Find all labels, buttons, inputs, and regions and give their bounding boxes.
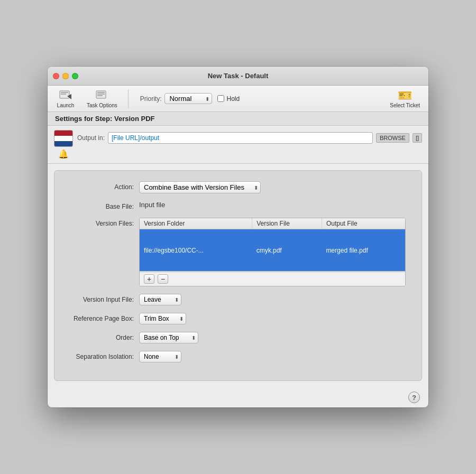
table-footer: + − bbox=[140, 272, 405, 286]
versionfiles-value: Version Folder Version File Output File … bbox=[139, 218, 406, 286]
ref-page-value: Trim Box Crop Box Media Box bbox=[139, 313, 406, 324]
svg-rect-2 bbox=[61, 94, 66, 95]
minimize-button[interactable] bbox=[62, 73, 69, 79]
sep-iso-select[interactable]: None Low High bbox=[139, 351, 181, 363]
version-input-select[interactable]: Leave Delete Move bbox=[139, 294, 181, 305]
basefile-text: Input file bbox=[139, 199, 165, 209]
main-window: New Task - Default Launch bbox=[48, 67, 428, 407]
cell-output-file: merged file.pdf bbox=[322, 229, 405, 272]
ref-page-select-wrapper: Trim Box Crop Box Media Box bbox=[139, 313, 186, 324]
action-value: Combine Base with Version Files Other bbox=[139, 181, 406, 193]
launch-icon bbox=[58, 89, 73, 102]
flag-blue bbox=[54, 141, 72, 146]
help-button[interactable]: ? bbox=[408, 392, 420, 403]
task-options-button[interactable]: Task Options bbox=[84, 88, 121, 109]
flag-white bbox=[54, 136, 72, 141]
titlebar: New Task - Default bbox=[48, 67, 428, 86]
cell-version-folder: file://egsbe100/CC-... bbox=[140, 229, 252, 272]
svg-rect-5 bbox=[97, 92, 105, 93]
launch-button[interactable]: Launch bbox=[53, 88, 78, 109]
version-input-label: Version Input File: bbox=[65, 294, 139, 303]
close-button[interactable] bbox=[53, 73, 59, 79]
action-select[interactable]: Combine Base with Version Files Other bbox=[139, 181, 261, 193]
basefile-label: Base File: bbox=[65, 201, 139, 210]
ticket-icon: 🎫 bbox=[398, 89, 412, 103]
main-panel: Action: Combine Base with Version Files … bbox=[54, 170, 422, 381]
cell-version-file: cmyk.pdf bbox=[252, 229, 322, 272]
toolbar-separator bbox=[128, 89, 129, 108]
task-options-label: Task Options bbox=[87, 103, 117, 108]
priority-label: Priority: bbox=[140, 95, 162, 103]
table-row[interactable]: file://egsbe100/CC-... cmyk.pdf merged f… bbox=[140, 229, 405, 272]
traffic-lights bbox=[53, 73, 78, 79]
basefile-row: Base File: Input file bbox=[65, 201, 406, 210]
priority-select[interactable]: Normal High Low bbox=[164, 93, 212, 104]
ref-page-label: Reference Page Box: bbox=[65, 313, 139, 322]
add-row-button[interactable]: + bbox=[144, 274, 154, 284]
ref-page-select[interactable]: Trim Box Crop Box Media Box bbox=[139, 313, 186, 324]
sep-iso-label: Separation Isolation: bbox=[65, 351, 139, 360]
launch-label: Launch bbox=[57, 103, 75, 108]
ref-page-row: Reference Page Box: Trim Box Crop Box Me… bbox=[65, 313, 406, 324]
flag-red bbox=[54, 131, 72, 136]
basefile-value: Input file bbox=[139, 201, 406, 209]
action-label: Action: bbox=[65, 181, 139, 191]
output-label: Output in: bbox=[77, 134, 105, 142]
sep-iso-row: Separation Isolation: None Low High bbox=[65, 351, 406, 363]
maximize-button[interactable] bbox=[72, 73, 78, 79]
hold-label: Hold bbox=[226, 95, 240, 103]
help-area: ? bbox=[48, 387, 428, 407]
version-input-row: Version Input File: Leave Delete Move bbox=[65, 294, 406, 305]
order-select-wrapper: Base on Top Version on Top bbox=[139, 332, 198, 343]
bracket-button[interactable]: [] bbox=[413, 133, 422, 143]
order-row: Order: Base on Top Version on Top bbox=[65, 332, 406, 343]
output-field[interactable]: [File URL]/output bbox=[108, 132, 373, 144]
window-title: New Task - Default bbox=[208, 72, 269, 80]
col-version-file: Version File bbox=[252, 218, 322, 229]
bell-icon[interactable]: 🔔 bbox=[58, 149, 69, 159]
step-icon-stack: 🔔 bbox=[54, 130, 73, 159]
sep-iso-select-wrapper: None Low High bbox=[139, 351, 181, 363]
select-ticket-button[interactable]: 🎫 Select Ticket bbox=[387, 88, 423, 109]
sep-iso-value: None Low High bbox=[139, 351, 406, 363]
priority-select-wrapper: Normal High Low bbox=[164, 93, 212, 104]
svg-rect-7 bbox=[97, 95, 103, 96]
svg-rect-1 bbox=[61, 92, 68, 93]
browse-button[interactable]: BROWSE bbox=[376, 133, 409, 143]
version-input-value: Leave Delete Move bbox=[139, 294, 406, 305]
versionfiles-row: Version Files: Version Folder Version Fi… bbox=[65, 218, 406, 286]
remove-row-button[interactable]: − bbox=[158, 274, 168, 284]
hold-checkbox[interactable] bbox=[217, 95, 224, 102]
task-options-icon bbox=[95, 89, 109, 102]
ticket-label: Select Ticket bbox=[390, 103, 420, 108]
output-area: Output in: [File URL]/output BROWSE [] bbox=[77, 130, 422, 144]
versionfiles-label: Version Files: bbox=[65, 218, 139, 227]
hold-area: Hold bbox=[217, 95, 240, 103]
version-files-table-container: Version Folder Version File Output File … bbox=[139, 218, 406, 286]
order-label: Order: bbox=[65, 332, 139, 341]
version-files-table: Version Folder Version File Output File … bbox=[140, 218, 405, 272]
priority-area: Priority: Normal High Low bbox=[140, 93, 213, 104]
settings-header: Settings for Step: Version PDF bbox=[48, 112, 428, 126]
order-value: Base on Top Version on Top bbox=[139, 332, 406, 343]
action-select-wrapper: Combine Base with Version Files Other bbox=[139, 181, 261, 193]
order-select[interactable]: Base on Top Version on Top bbox=[139, 332, 198, 343]
step-config: 🔔 Output in: [File URL]/output BROWSE [] bbox=[48, 126, 428, 164]
step-icon bbox=[54, 130, 73, 147]
settings-header-text: Settings for Step: Version PDF bbox=[55, 115, 155, 123]
version-input-select-wrapper: Leave Delete Move bbox=[139, 294, 181, 305]
col-output-file: Output File bbox=[322, 218, 405, 229]
svg-rect-6 bbox=[97, 94, 105, 95]
flag-nl bbox=[54, 131, 72, 146]
toolbar: Launch Task Options Priority: Normal Hig… bbox=[48, 86, 428, 112]
col-version-folder: Version Folder bbox=[140, 218, 252, 229]
action-row: Action: Combine Base with Version Files … bbox=[65, 181, 406, 193]
